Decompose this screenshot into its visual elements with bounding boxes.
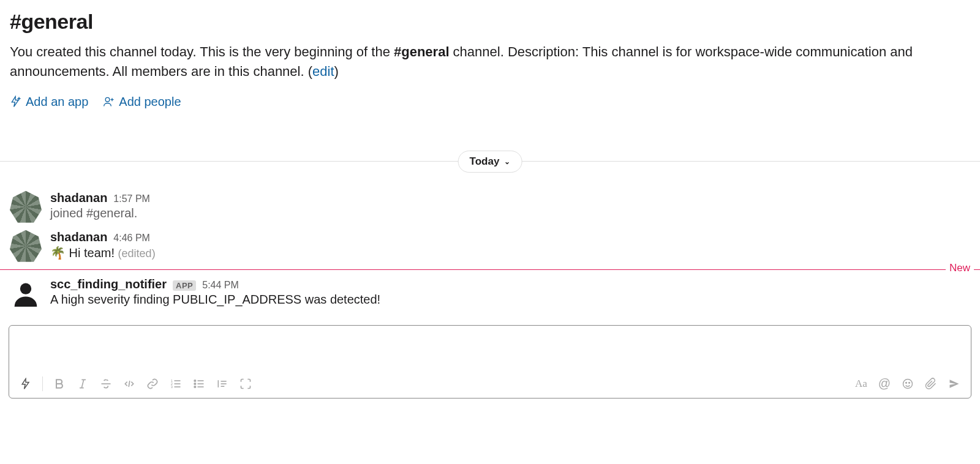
message-body: shadanan 4:46 PM 🌴 Hi team! (edited) — [50, 230, 970, 262]
ordered-list-button[interactable]: 123 — [165, 373, 186, 394]
message-item[interactable]: scc_finding_notifier APP 5:44 PM A high … — [0, 274, 980, 313]
composer-toolbar: 123 Aa @ — [9, 371, 971, 398]
avatar[interactable] — [10, 230, 42, 262]
message-content: Hi team! — [69, 246, 115, 260]
code-icon — [123, 378, 135, 390]
svg-point-23 — [903, 379, 913, 388]
message-item[interactable]: shadanan 1:57 PM joined #general. — [0, 187, 980, 226]
strikethrough-icon — [100, 378, 112, 390]
avatar[interactable] — [10, 277, 42, 309]
new-label: New — [946, 262, 974, 274]
paperclip-icon — [925, 378, 937, 390]
at-icon: @ — [878, 376, 891, 391]
lightning-plus-icon — [10, 95, 22, 108]
link-button[interactable] — [142, 373, 163, 394]
emoji-button[interactable] — [897, 373, 918, 394]
link-icon — [146, 378, 159, 390]
aa-icon: Aa — [855, 378, 867, 390]
bold-button[interactable] — [49, 373, 70, 394]
app-avatar-icon — [12, 280, 39, 307]
message-item[interactable]: shadanan 4:46 PM 🌴 Hi team! (edited) — [0, 226, 980, 266]
edited-marker: (edited) — [118, 247, 156, 260]
composer-input[interactable] — [9, 326, 971, 371]
date-jump-button[interactable]: Today ⌄ — [458, 151, 522, 173]
person-plus-icon — [103, 95, 115, 108]
message-text: 🌴 Hi team! (edited) — [50, 245, 970, 260]
new-messages-divider: New — [0, 269, 980, 270]
message-body: scc_finding_notifier APP 5:44 PM A high … — [50, 277, 970, 309]
svg-point-25 — [909, 382, 910, 383]
smile-icon — [902, 378, 914, 390]
message-text: A high severity finding PUBLIC_IP_ADDRES… — [50, 293, 970, 307]
code-block-icon — [239, 378, 252, 390]
bullet-list-button[interactable] — [189, 373, 209, 394]
date-label: Today — [470, 155, 500, 168]
edit-description-link[interactable]: edit — [312, 64, 334, 79]
svg-point-17 — [194, 383, 196, 385]
code-button[interactable] — [119, 373, 140, 394]
send-button[interactable] — [944, 373, 965, 394]
lightning-icon — [20, 378, 32, 390]
code-block-button[interactable] — [235, 373, 256, 394]
shortcuts-button[interactable] — [15, 373, 36, 394]
blockquote-icon — [216, 378, 228, 390]
add-people-label: Add people — [119, 95, 181, 109]
toolbar-separator — [42, 376, 43, 391]
svg-point-24 — [906, 382, 907, 383]
add-app-button[interactable]: Add an app — [10, 95, 88, 109]
send-icon — [948, 378, 960, 390]
palm-tree-emoji: 🌴 — [50, 246, 66, 260]
message-timestamp[interactable]: 5:44 PM — [202, 280, 239, 291]
message-header: shadanan 1:57 PM — [50, 191, 970, 205]
svg-line-6 — [129, 381, 130, 387]
message-author[interactable]: shadanan — [50, 230, 107, 244]
desc-text-suffix: ) — [334, 64, 339, 79]
channel-description: You created this channel today. This is … — [10, 42, 970, 81]
italic-icon — [77, 378, 89, 390]
svg-text:3: 3 — [171, 384, 173, 388]
avatar[interactable] — [10, 191, 42, 223]
message-list: shadanan 1:57 PM joined #general. shadan… — [0, 175, 980, 313]
message-timestamp[interactable]: 1:57 PM — [113, 193, 150, 204]
svg-point-1 — [20, 283, 31, 294]
composer-container: 123 Aa @ — [0, 313, 980, 407]
bullet-list-icon — [193, 378, 205, 390]
svg-point-16 — [194, 380, 196, 382]
message-body: shadanan 1:57 PM joined #general. — [50, 191, 970, 223]
bold-icon — [53, 378, 66, 390]
svg-line-4 — [81, 380, 83, 387]
format-toggle-button[interactable]: Aa — [851, 373, 872, 394]
italic-button[interactable] — [72, 373, 93, 394]
ordered-list-icon: 123 — [170, 378, 182, 390]
svg-point-0 — [105, 98, 110, 102]
mention-button[interactable]: @ — [874, 373, 895, 394]
app-badge: APP — [173, 280, 196, 291]
attach-button[interactable] — [921, 373, 941, 394]
desc-text-prefix: You created this channel today. This is … — [10, 44, 394, 59]
blockquote-button[interactable] — [212, 373, 233, 394]
svg-point-18 — [194, 386, 196, 388]
chevron-down-icon: ⌄ — [504, 157, 510, 166]
add-people-button[interactable]: Add people — [103, 95, 181, 109]
date-divider: Today ⌄ — [0, 148, 980, 175]
message-header: shadanan 4:46 PM — [50, 230, 970, 244]
message-author[interactable]: shadanan — [50, 191, 107, 205]
add-app-label: Add an app — [26, 95, 88, 109]
message-text: joined #general. — [50, 206, 970, 220]
message-composer[interactable]: 123 Aa @ — [9, 325, 971, 399]
channel-title: #general — [10, 10, 970, 34]
message-header: scc_finding_notifier APP 5:44 PM — [50, 277, 970, 291]
message-timestamp[interactable]: 4:46 PM — [113, 233, 150, 244]
intro-actions: Add an app Add people — [10, 95, 970, 109]
channel-intro: #general You created this channel today.… — [0, 0, 980, 124]
message-author[interactable]: scc_finding_notifier — [50, 277, 167, 291]
desc-channel-name: #general — [394, 44, 450, 59]
strikethrough-button[interactable] — [96, 373, 116, 394]
